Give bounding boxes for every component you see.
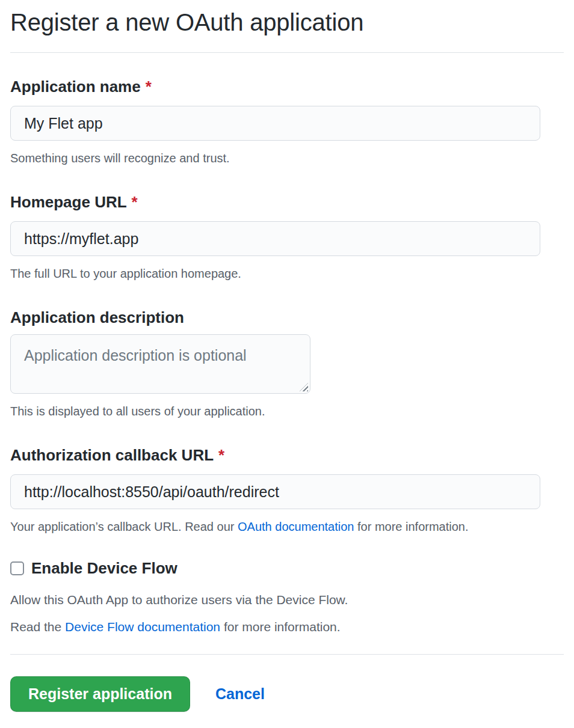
homepage-url-input[interactable]	[10, 221, 540, 256]
cancel-link[interactable]: Cancel	[215, 685, 265, 703]
homepage-url-group: Homepage URL* The full URL to your appli…	[10, 192, 564, 281]
device-flow-checkbox-row: Enable Device Flow	[10, 558, 564, 578]
callback-url-note: Your application’s callback URL. Read ou…	[10, 519, 564, 534]
page-title: Register a new OAuth application	[10, 0, 564, 53]
callback-url-group: Authorization callback URL* Your applica…	[10, 445, 564, 534]
device-flow-docs-prefix: Read the	[10, 620, 65, 634]
application-description-textarea[interactable]	[10, 334, 310, 394]
oauth-documentation-link[interactable]: OAuth documentation	[238, 520, 354, 533]
homepage-url-label-text: Homepage URL	[10, 193, 127, 211]
callback-url-label-text: Authorization callback URL	[10, 446, 214, 464]
device-flow-checkbox[interactable]	[10, 561, 24, 575]
required-asterisk: *	[132, 193, 138, 211]
required-asterisk: *	[146, 78, 152, 96]
homepage-url-label: Homepage URL*	[10, 192, 564, 212]
device-flow-docs-suffix: for more information.	[220, 620, 341, 634]
form-actions: Register application Cancel	[10, 676, 564, 712]
device-flow-docs-line: Read the Device Flow documentation for m…	[10, 619, 564, 634]
required-asterisk: *	[218, 446, 224, 464]
application-name-label: Application name*	[10, 77, 564, 96]
register-application-button[interactable]: Register application	[10, 676, 190, 712]
application-description-label: Application description	[10, 308, 564, 327]
callback-url-input[interactable]	[10, 474, 540, 509]
callback-url-note-suffix: for more information.	[354, 520, 468, 533]
homepage-url-note: The full URL to your application homepag…	[10, 266, 564, 281]
application-description-note: This is displayed to all users of your a…	[10, 404, 564, 419]
application-description-group: Application description This is displaye…	[10, 308, 564, 419]
application-name-note: Something users will recognize and trust…	[10, 151, 564, 166]
application-name-input[interactable]	[10, 106, 540, 141]
callback-url-label: Authorization callback URL*	[10, 445, 564, 465]
device-flow-note: Allow this OAuth App to authorize users …	[10, 592, 564, 607]
application-description-wrap	[10, 334, 310, 394]
device-flow-label[interactable]: Enable Device Flow	[31, 558, 177, 578]
application-description-label-text: Application description	[10, 308, 184, 326]
application-name-label-text: Application name	[10, 78, 141, 96]
device-flow-documentation-link[interactable]: Device Flow documentation	[65, 620, 220, 634]
callback-url-note-prefix: Your application’s callback URL. Read ou…	[10, 520, 238, 533]
application-name-group: Application name* Something users will r…	[10, 77, 564, 166]
oauth-application-form: Application name* Something users will r…	[10, 77, 564, 712]
actions-divider	[10, 654, 564, 655]
device-flow-group: Enable Device Flow Allow this OAuth App …	[10, 558, 564, 634]
oauth-register-page: Register a new OAuth application Applica…	[0, 0, 574, 728]
